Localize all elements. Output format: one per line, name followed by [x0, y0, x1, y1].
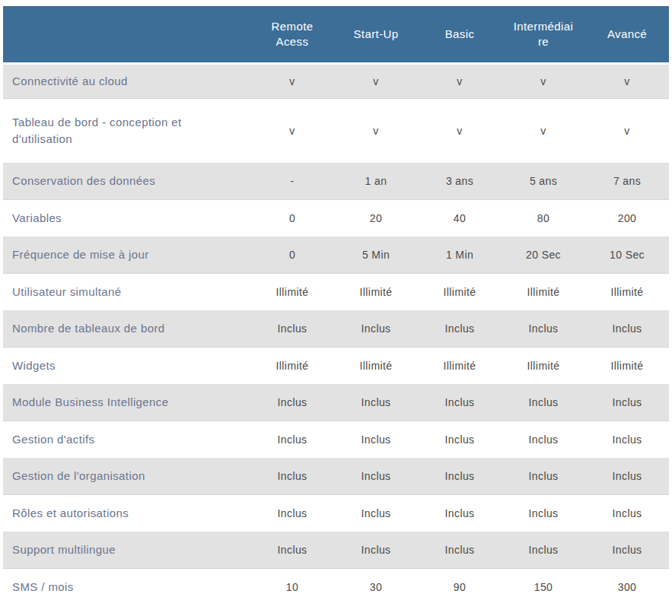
- feature-value: Inclus: [585, 495, 669, 532]
- column-header-start-up: Start-Up: [334, 6, 418, 62]
- feature-value: v: [418, 65, 502, 98]
- feature-value: v: [334, 65, 418, 98]
- feature-value: v: [418, 99, 502, 163]
- feature-label: Tableau de bord - conception et d'utilis…: [3, 99, 250, 163]
- feature-label: Fréquence de mise à jour: [3, 237, 250, 273]
- feature-value: 90: [418, 569, 502, 605]
- row-variables: Variables 0 20 40 80 200: [3, 200, 669, 237]
- feature-label: Module Business Intelligence: [3, 384, 250, 421]
- feature-value: 200: [585, 200, 669, 237]
- feature-value: Illimité: [502, 274, 585, 310]
- feature-value: Inclus: [502, 384, 585, 421]
- column-header-intermediaire: Intermédiaire: [502, 6, 585, 62]
- feature-value: 0: [250, 200, 334, 237]
- feature-value: Inclus: [502, 532, 585, 568]
- feature-value: -: [250, 163, 334, 199]
- feature-value: Inclus: [250, 421, 334, 458]
- feature-value: Inclus: [585, 458, 669, 494]
- feature-value: 300: [585, 569, 669, 605]
- row-conservation-des-donnees: Conservation des données - 1 an 3 ans 5 …: [3, 163, 669, 200]
- feature-value: 10 Sec: [585, 237, 669, 273]
- feature-value: Inclus: [334, 532, 418, 568]
- column-header-basic: Basic: [418, 6, 502, 62]
- feature-value: Inclus: [502, 495, 585, 532]
- row-sms-mois: SMS / mois 10 30 90 150 300: [3, 569, 669, 605]
- row-roles-et-autorisations: Rôles et autorisations Inclus Inclus Inc…: [3, 495, 669, 532]
- feature-value: Illimité: [250, 348, 334, 384]
- feature-value: Inclus: [250, 384, 334, 421]
- row-gestion-d-actifs: Gestion d'actifs Inclus Inclus Inclus In…: [3, 421, 669, 458]
- feature-value: Illimité: [418, 348, 502, 384]
- feature-value: Inclus: [334, 495, 418, 532]
- feature-label: Gestion d'actifs: [3, 421, 250, 458]
- pricing-comparison-table: Remote Acess Start-Up Basic Intermédiair…: [3, 6, 669, 605]
- feature-value: 150: [502, 569, 585, 605]
- feature-value: 80: [502, 200, 585, 237]
- feature-value: Inclus: [334, 310, 418, 347]
- feature-value: 10: [250, 569, 334, 605]
- feature-value: Inclus: [585, 310, 669, 347]
- feature-value: Illimité: [334, 274, 418, 310]
- feature-value: Inclus: [418, 310, 502, 347]
- feature-value: 3 ans: [418, 163, 502, 199]
- feature-value: Inclus: [502, 310, 585, 347]
- feature-value: Inclus: [502, 458, 585, 494]
- row-utilisateur-simultane: Utilisateur simultané Illimité Illimité …: [3, 274, 669, 310]
- feature-value: Inclus: [250, 495, 334, 532]
- feature-value: v: [334, 99, 418, 163]
- column-header-remote-acess: Remote Acess: [250, 6, 334, 62]
- feature-value: 40: [418, 200, 502, 237]
- row-widgets: Widgets Illimité Illimité Illimité Illim…: [3, 348, 669, 384]
- feature-value: v: [502, 99, 585, 163]
- feature-label: Widgets: [3, 348, 250, 384]
- feature-value: Illimité: [502, 348, 585, 384]
- feature-value: 5 ans: [502, 163, 585, 199]
- feature-value: 1 Min: [418, 237, 502, 273]
- feature-value: Inclus: [334, 421, 418, 458]
- feature-value: Illimité: [334, 348, 418, 384]
- feature-value: v: [250, 65, 334, 98]
- feature-value: Inclus: [585, 384, 669, 421]
- feature-label: Nombre de tableaux de bord: [3, 310, 250, 347]
- feature-label: Variables: [3, 200, 250, 237]
- feature-value: 20: [334, 200, 418, 237]
- feature-value: Inclus: [418, 421, 502, 458]
- feature-label: Utilisateur simultané: [3, 274, 250, 310]
- table-header-row: Remote Acess Start-Up Basic Intermédiair…: [3, 6, 669, 62]
- feature-value: v: [502, 65, 585, 98]
- feature-value: Inclus: [418, 495, 502, 532]
- feature-label: Gestion de l'organisation: [3, 458, 250, 494]
- feature-value: v: [250, 99, 334, 163]
- feature-value: 20 Sec: [502, 237, 585, 273]
- feature-label: Support multilingue: [3, 532, 250, 568]
- feature-value: Illimité: [585, 274, 669, 310]
- feature-value: Inclus: [585, 421, 669, 458]
- row-gestion-de-l-organisation: Gestion de l'organisation Inclus Inclus …: [3, 458, 669, 495]
- feature-value: 7 ans: [585, 163, 669, 199]
- feature-value: Inclus: [585, 532, 669, 568]
- column-header-blank: [3, 6, 250, 62]
- row-connectivite-au-cloud: Connectivité au cloud v v v v v: [3, 65, 669, 99]
- feature-value: v: [585, 99, 669, 163]
- row-module-business-intelligence: Module Business Intelligence Inclus Incl…: [3, 384, 669, 421]
- feature-value: Inclus: [334, 384, 418, 421]
- feature-label: Connectivité au cloud: [3, 65, 250, 98]
- feature-label: SMS / mois: [3, 569, 250, 605]
- feature-value: v: [585, 65, 669, 98]
- feature-value: Inclus: [250, 310, 334, 347]
- row-frequence-de-mise-a-jour: Fréquence de mise à jour 0 5 Min 1 Min 2…: [3, 237, 669, 274]
- feature-value: Illimité: [585, 348, 669, 384]
- feature-label: Conservation des données: [3, 163, 250, 199]
- feature-value: Inclus: [250, 532, 334, 568]
- feature-value: Inclus: [418, 384, 502, 421]
- column-header-avance: Avancé: [585, 6, 669, 62]
- feature-value: Inclus: [502, 421, 585, 458]
- row-support-multilingue: Support multilingue Inclus Inclus Inclus…: [3, 532, 669, 569]
- feature-value: Inclus: [418, 532, 502, 568]
- row-nombre-de-tableaux-de-bord: Nombre de tableaux de bord Inclus Inclus…: [3, 310, 669, 348]
- feature-value: 5 Min: [334, 237, 418, 273]
- feature-value: 1 an: [334, 163, 418, 199]
- feature-value: 0: [250, 237, 334, 273]
- feature-value: Inclus: [334, 458, 418, 494]
- feature-value: Inclus: [250, 458, 334, 494]
